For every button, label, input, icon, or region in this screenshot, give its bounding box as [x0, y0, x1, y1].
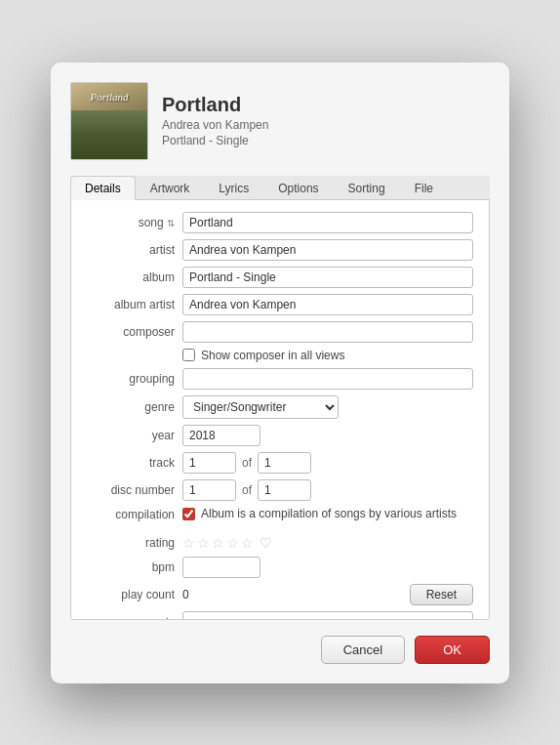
disc-of-text: of: [242, 483, 252, 497]
track-wrap: of: [182, 452, 311, 474]
disc-row: disc number of: [87, 479, 473, 501]
song-label: song ⇅: [87, 215, 175, 229]
tab-sorting[interactable]: Sorting: [334, 176, 400, 200]
tab-artwork[interactable]: Artwork: [136, 176, 205, 200]
header-artist: Andrea von Kampen: [162, 118, 268, 132]
rating-label: rating: [87, 535, 175, 550]
reset-button[interactable]: Reset: [410, 584, 473, 605]
cancel-button[interactable]: Cancel: [321, 636, 405, 664]
star-2[interactable]: ☆: [197, 535, 210, 551]
star-1[interactable]: ☆: [182, 535, 195, 551]
track-row: track of: [87, 452, 473, 474]
song-title: Portland: [162, 94, 268, 116]
main-dialog: Portland Portland Andrea von Kampen Port…: [51, 62, 509, 683]
rating-row: rating ☆ ☆ ☆ ☆ ☆ ♡: [87, 535, 473, 551]
bpm-input[interactable]: [182, 557, 260, 578]
genre-label: genre: [87, 399, 175, 414]
album-row: album: [87, 267, 473, 288]
genre-select[interactable]: Singer/Songwriter Pop Rock Folk Country …: [182, 395, 339, 419]
artist-input[interactable]: [182, 239, 473, 261]
album-artist-row: album artist: [87, 294, 473, 315]
compilation-checkbox[interactable]: [182, 508, 195, 520]
composer-label: composer: [87, 324, 175, 339]
bpm-label: bpm: [87, 559, 175, 574]
show-composer-row: Show composer in all views: [87, 349, 473, 362]
track-label: track: [87, 455, 175, 470]
play-count-container: 0 Reset: [182, 584, 473, 605]
sort-arrow-icon[interactable]: ⇅: [167, 218, 175, 228]
disc-number-input[interactable]: [182, 479, 236, 501]
composer-row: composer: [87, 321, 473, 343]
play-count-label: play count: [87, 587, 175, 601]
star-4[interactable]: ☆: [226, 535, 239, 551]
artist-label: artist: [87, 242, 175, 257]
dialog-footer: Cancel OK: [70, 636, 490, 664]
play-count-value: 0: [182, 588, 410, 601]
compilation-row: compilation Album is a compilation of so…: [87, 507, 473, 521]
song-row: song ⇅: [87, 212, 473, 233]
song-input[interactable]: [182, 212, 473, 233]
comments-row: comments: [87, 611, 473, 620]
composer-input[interactable]: [182, 321, 473, 343]
compilation-label: compilation: [87, 507, 175, 521]
year-input[interactable]: [182, 425, 260, 446]
bpm-row: bpm: [87, 557, 473, 578]
year-label: year: [87, 428, 175, 442]
year-row: year: [87, 425, 473, 446]
compilation-text: Album is a compilation of songs by vario…: [201, 507, 457, 520]
star-3[interactable]: ☆: [212, 535, 224, 551]
grouping-row: grouping: [87, 368, 473, 390]
heart-icon[interactable]: ♡: [260, 535, 272, 551]
show-composer-label: Show composer in all views: [201, 349, 344, 362]
details-content: song ⇅ artist album album artist compose…: [70, 200, 490, 620]
comments-label: comments: [87, 614, 175, 620]
track-of-text: of: [242, 456, 252, 470]
tab-lyrics[interactable]: Lyrics: [204, 176, 263, 200]
header-info: Portland Andrea von Kampen Portland - Si…: [162, 94, 268, 147]
grouping-input[interactable]: [182, 368, 473, 390]
disc-label: disc number: [87, 482, 175, 497]
album-input[interactable]: [182, 267, 473, 288]
album-label: album: [87, 269, 175, 284]
track-total-input[interactable]: [258, 452, 311, 474]
album-artist-input[interactable]: [182, 294, 473, 315]
artist-row: artist: [87, 239, 473, 261]
grouping-label: grouping: [87, 371, 175, 386]
header-album: Portland - Single: [162, 134, 268, 147]
genre-row: genre Singer/Songwriter Pop Rock Folk Co…: [87, 395, 473, 419]
play-count-row: play count 0 Reset: [87, 584, 473, 605]
tab-file[interactable]: File: [400, 176, 448, 200]
disc-wrap: of: [182, 479, 311, 501]
tab-options[interactable]: Options: [263, 176, 333, 200]
star-5[interactable]: ☆: [241, 535, 254, 551]
album-artist-label: album artist: [87, 297, 175, 311]
tab-details[interactable]: Details: [70, 176, 136, 200]
rating-stars: ☆ ☆ ☆ ☆ ☆ ♡: [182, 535, 272, 551]
comments-input[interactable]: [182, 611, 473, 620]
ok-button[interactable]: OK: [415, 636, 490, 664]
dialog-header: Portland Portland Andrea von Kampen Port…: [70, 82, 490, 160]
show-composer-checkbox[interactable]: [182, 349, 195, 361]
album-artwork: Portland: [70, 82, 148, 160]
track-number-input[interactable]: [182, 452, 236, 474]
disc-total-input[interactable]: [258, 479, 311, 501]
tab-bar: Details Artwork Lyrics Options Sorting F…: [70, 176, 490, 200]
